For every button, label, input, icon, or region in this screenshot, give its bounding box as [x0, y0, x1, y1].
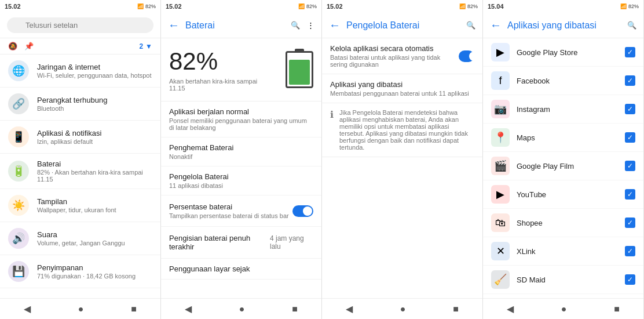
- back-button-1[interactable]: ◀: [24, 303, 31, 314]
- battery-visual: [286, 51, 313, 88]
- settings-item-title-0: Jaringan & internet: [37, 63, 152, 71]
- battery-item[interactable]: Penggunaan layar sejak: [161, 259, 321, 280]
- restricted-apps-title: Aplikasi yang dibatasi: [330, 80, 469, 89]
- home-button-4[interactable]: ●: [561, 304, 567, 314]
- search-bar: 🔍: [0, 13, 160, 38]
- app-checkbox-6[interactable]: ✓: [625, 217, 635, 228]
- recent-button-3[interactable]: ■: [453, 304, 459, 314]
- restricted-list-item[interactable]: 📷 Instagram ✓: [483, 95, 643, 124]
- batt-timed-text-4: Pengisian baterai penuh terakhir: [169, 234, 270, 251]
- back-button-3[interactable]: ◀: [346, 303, 353, 314]
- status-bar-1: 15.02 📶 82%: [0, 0, 160, 13]
- batt-item-text-5: Penggunaan layar sejak: [169, 264, 250, 273]
- restricted-list-item[interactable]: ✕ XLink ✓: [483, 237, 643, 266]
- settings-item[interactable]: 🔊 Suara Volume, getar, Jangan Ganggu: [0, 222, 160, 255]
- app-icon-2: 📷: [491, 100, 510, 118]
- baterai-title: Baterai: [185, 20, 285, 31]
- batt-item-text-1: Penghemat Baterai Nonaktif: [169, 143, 233, 160]
- settings-item[interactable]: ☀️ Tampilan Wallpaper, tidur, ukuran fon…: [0, 189, 160, 222]
- settings-item-title-1: Perangkat terhubung: [37, 96, 152, 104]
- settings-item-sub-3: 82% · Akan bertahan kira-kira sampai 11.…: [37, 169, 152, 183]
- settings-item-title-3: Baterai: [37, 160, 152, 168]
- battery-item-toggle[interactable]: Persentase baterai Tampilkan persentase …: [161, 195, 321, 227]
- status-icons-4: 📶 82%: [620, 3, 639, 9]
- restricted-list-item[interactable]: f Facebook ✓: [483, 67, 643, 95]
- recent-button-4[interactable]: ■: [614, 304, 620, 314]
- info-text-content: Jika Pengelola Baterai mendeteksi bahwa …: [339, 109, 474, 151]
- header-icons-2: 🔍 ⋮: [291, 21, 314, 30]
- restricted-list-item[interactable]: 📚 Google Play Buku ✓: [483, 294, 643, 298]
- settings-item[interactable]: 🔋 Baterai 82% · Akan bertahan kira-kira …: [0, 154, 160, 189]
- settings-item[interactable]: 💾 Penyimpanan 71% digunakan · 18,42 GB k…: [0, 255, 160, 288]
- info-icon: ℹ: [330, 109, 334, 151]
- notif-count: 2: [139, 42, 143, 50]
- restricted-list-item[interactable]: 🧹 SD Maid ✓: [483, 266, 643, 294]
- app-icon-5: ▶: [491, 185, 510, 204]
- battery-toggle-3[interactable]: [292, 205, 313, 217]
- restricted-list-item[interactable]: ▶ YouTube ✓: [483, 180, 643, 209]
- restricted-list: ▶ Google Play Store ✓ f Facebook ✓ 📷 Ins…: [483, 38, 643, 298]
- search-input[interactable]: [7, 17, 153, 33]
- auto-manage-title: Kelola aplikasi secara otomatis: [330, 44, 453, 53]
- auto-manage-toggle[interactable]: [459, 50, 474, 62]
- back-arrow-4[interactable]: ←: [490, 19, 502, 32]
- app-checkbox-7[interactable]: ✓: [625, 246, 635, 256]
- settings-item[interactable]: 📱 Aplikasi & notifikasi Izin, aplikasi d…: [0, 121, 160, 154]
- battery-item[interactable]: Penghemat Baterai Nonaktif: [161, 137, 321, 166]
- search-icon-2[interactable]: 🔍: [291, 21, 300, 30]
- recent-button-1[interactable]: ■: [131, 304, 137, 314]
- batt-timed-title-4: Pengisian baterai penuh terakhir: [169, 234, 270, 251]
- nav-bar-2: ◀ ● ■: [161, 298, 321, 319]
- app-checkbox-5[interactable]: ✓: [625, 189, 635, 200]
- settings-icon-4: ☀️: [8, 195, 29, 216]
- more-icon-2[interactable]: ⋮: [307, 21, 314, 30]
- back-button-2[interactable]: ◀: [185, 303, 192, 314]
- app-checkbox-2[interactable]: ✓: [625, 104, 635, 114]
- settings-item[interactable]: 🔗 Perangkat terhubung Bluetooth: [0, 88, 160, 121]
- settings-item[interactable]: 🌐 Jaringan & internet Wi-Fi, seluler, pe…: [0, 55, 160, 88]
- app-checkbox-8[interactable]: ✓: [625, 274, 635, 285]
- home-button-2[interactable]: ●: [239, 304, 245, 314]
- pengelola-title: Pengelola Baterai: [346, 20, 460, 31]
- restricted-list-item[interactable]: 🛍 Shopee ✓: [483, 209, 643, 237]
- app-label-0: Google Play Store: [517, 48, 618, 57]
- app-checkbox-4[interactable]: ✓: [625, 161, 635, 171]
- settings-item-title-6: Penyimpanan: [37, 263, 152, 272]
- app-label-8: SD Maid: [517, 276, 618, 284]
- restricted-apps-section[interactable]: Aplikasi yang dibatasi Membatasi penggun…: [322, 74, 482, 103]
- back-button-4[interactable]: ◀: [507, 303, 514, 314]
- recent-button-2[interactable]: ■: [292, 304, 298, 314]
- app-checkbox-1[interactable]: ✓: [625, 75, 635, 86]
- back-arrow-2[interactable]: ←: [168, 19, 180, 32]
- app-icon-7: ✕: [491, 242, 510, 260]
- battery-item[interactable]: Aplikasi berjalan normal Ponsel memiliki…: [161, 102, 321, 137]
- batt-item-title-5: Penggunaan layar sejak: [169, 264, 250, 273]
- app-checkbox-3[interactable]: ✓: [625, 132, 635, 143]
- battery-icon-4: 82%: [628, 3, 639, 9]
- search-icon-4[interactable]: 🔍: [627, 21, 636, 30]
- battery-item[interactable]: Pengelola Baterai 11 aplikasi dibatasi: [161, 166, 321, 195]
- settings-item-sub-4: Wallpaper, tidur, ukuran font: [37, 206, 152, 213]
- settings-panel: 15.02 📶 82% 🔍 🔕 📌 2 ▼ 🌐 Jaringan & inter…: [0, 0, 161, 319]
- restricted-list-item[interactable]: ▶ Google Play Store ✓: [483, 38, 643, 67]
- restricted-list-item[interactable]: 🎬 Google Play Film ✓: [483, 152, 643, 180]
- back-arrow-3[interactable]: ←: [329, 19, 341, 32]
- app-checkbox-0[interactable]: ✓: [625, 47, 635, 57]
- header-icons-3: 🔍: [466, 21, 475, 30]
- notif-row: 🔕 📌 2 ▼: [0, 38, 160, 55]
- search-icon-3[interactable]: 🔍: [466, 21, 475, 30]
- battery-icon: 82%: [145, 3, 156, 9]
- restricted-list-item[interactable]: 📍 Maps ✓: [483, 124, 643, 152]
- auto-manage-section[interactable]: Kelola aplikasi secara otomatis Batasi b…: [322, 38, 482, 74]
- app-label-1: Facebook: [517, 77, 618, 85]
- settings-item-title-5: Suara: [37, 230, 152, 239]
- settings-icon-6: 💾: [8, 261, 29, 282]
- home-button-1[interactable]: ●: [78, 304, 84, 314]
- chevron-down-icon: ▼: [145, 42, 152, 50]
- battery-item-timed[interactable]: Pengisian baterai penuh terakhir 4 jam y…: [161, 227, 321, 259]
- info-body: ℹ Jika Pengelola Baterai mendeteksi bahw…: [322, 103, 482, 157]
- mute-icon: 🔕: [8, 42, 17, 50]
- nav-bar-4: ◀ ● ■: [483, 298, 643, 319]
- nav-bar-1: ◀ ● ■: [0, 298, 160, 319]
- home-button-3[interactable]: ●: [400, 304, 406, 314]
